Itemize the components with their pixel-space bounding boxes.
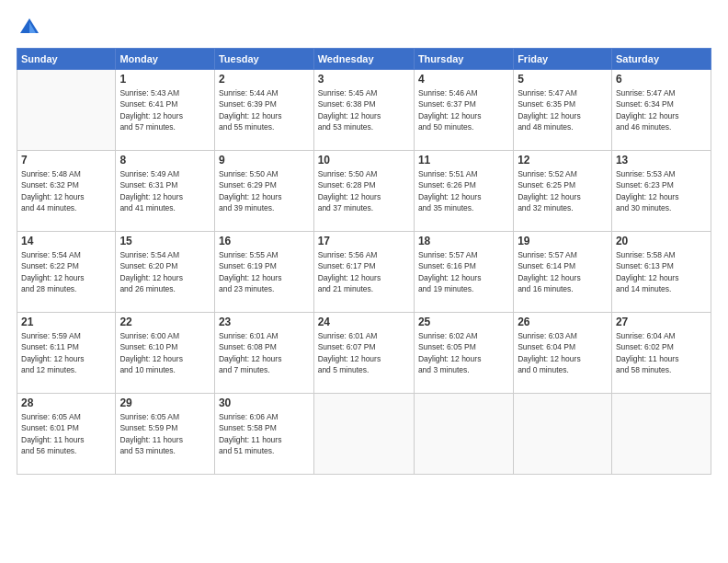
day-info: Sunrise: 6:05 AMSunset: 5:59 PMDaylight:… [119, 411, 210, 456]
weekday-header: Monday [116, 49, 215, 70]
weekday-header-row: SundayMondayTuesdayWednesdayThursdayFrid… [17, 49, 711, 70]
day-cell: 24Sunrise: 6:01 AMSunset: 6:07 PMDayligh… [313, 313, 414, 394]
day-number: 8 [119, 154, 210, 167]
day-info: Sunrise: 5:50 AMSunset: 6:28 PMDaylight:… [318, 168, 410, 213]
day-number: 2 [219, 73, 310, 86]
logo [17, 15, 46, 40]
day-cell: 4Sunrise: 5:46 AMSunset: 6:37 PMDaylight… [414, 70, 513, 151]
day-number: 9 [219, 154, 310, 167]
day-number: 15 [119, 235, 210, 247]
day-cell: 22Sunrise: 6:00 AMSunset: 6:10 PMDayligh… [116, 313, 215, 394]
day-cell: 8Sunrise: 5:49 AMSunset: 6:31 PMDaylight… [116, 151, 215, 232]
day-cell [414, 394, 513, 475]
day-info: Sunrise: 5:49 AMSunset: 6:31 PMDaylight:… [119, 168, 210, 213]
weekday-header: Wednesday [313, 49, 414, 70]
day-info: Sunrise: 6:00 AMSunset: 6:10 PMDaylight:… [119, 330, 210, 375]
logo-icon [17, 15, 42, 40]
day-number: 10 [318, 154, 410, 167]
day-number: 23 [219, 316, 310, 328]
calendar: SundayMondayTuesdayWednesdayThursdayFrid… [17, 48, 711, 475]
day-number: 27 [616, 316, 707, 328]
day-cell: 26Sunrise: 6:03 AMSunset: 6:04 PMDayligh… [514, 313, 612, 394]
day-number: 25 [418, 316, 509, 328]
header [17, 15, 711, 40]
day-number: 29 [119, 396, 210, 409]
weekday-header: Saturday [611, 49, 711, 70]
day-number: 14 [21, 235, 111, 247]
day-cell: 18Sunrise: 5:57 AMSunset: 6:16 PMDayligh… [414, 232, 513, 313]
day-number: 20 [616, 235, 707, 247]
day-info: Sunrise: 5:57 AMSunset: 6:16 PMDaylight:… [418, 249, 509, 294]
day-number: 21 [21, 316, 111, 328]
day-cell [514, 394, 612, 475]
day-info: Sunrise: 5:56 AMSunset: 6:17 PMDaylight:… [318, 249, 410, 294]
day-cell: 23Sunrise: 6:01 AMSunset: 6:08 PMDayligh… [214, 313, 313, 394]
weekday-header: Tuesday [214, 49, 313, 70]
day-number: 22 [119, 316, 210, 328]
day-info: Sunrise: 6:01 AMSunset: 6:07 PMDaylight:… [318, 330, 410, 375]
day-info: Sunrise: 6:04 AMSunset: 6:02 PMDaylight:… [616, 330, 707, 375]
day-number: 18 [418, 235, 509, 247]
weekday-header: Sunday [17, 49, 116, 70]
day-number: 13 [616, 154, 707, 167]
day-info: Sunrise: 5:44 AMSunset: 6:39 PMDaylight:… [219, 87, 310, 132]
day-number: 28 [21, 396, 111, 409]
day-number: 7 [21, 154, 111, 167]
day-info: Sunrise: 5:47 AMSunset: 6:35 PMDaylight:… [518, 87, 608, 132]
day-info: Sunrise: 5:43 AMSunset: 6:41 PMDaylight:… [119, 87, 210, 132]
day-number: 24 [318, 316, 410, 328]
weekday-header: Thursday [414, 49, 513, 70]
day-cell: 6Sunrise: 5:47 AMSunset: 6:34 PMDaylight… [611, 70, 711, 151]
day-cell: 5Sunrise: 5:47 AMSunset: 6:35 PMDaylight… [514, 70, 612, 151]
week-row: 14Sunrise: 5:54 AMSunset: 6:22 PMDayligh… [17, 232, 711, 313]
day-cell: 16Sunrise: 5:55 AMSunset: 6:19 PMDayligh… [214, 232, 313, 313]
week-row: 21Sunrise: 5:59 AMSunset: 6:11 PMDayligh… [17, 313, 711, 394]
day-info: Sunrise: 6:01 AMSunset: 6:08 PMDaylight:… [219, 330, 310, 375]
day-cell: 13Sunrise: 5:53 AMSunset: 6:23 PMDayligh… [611, 151, 711, 232]
day-info: Sunrise: 5:55 AMSunset: 6:19 PMDaylight:… [219, 249, 310, 294]
day-cell: 10Sunrise: 5:50 AMSunset: 6:28 PMDayligh… [313, 151, 414, 232]
week-row: 1Sunrise: 5:43 AMSunset: 6:41 PMDaylight… [17, 70, 711, 151]
day-info: Sunrise: 5:48 AMSunset: 6:32 PMDaylight:… [21, 168, 111, 213]
day-number: 12 [518, 154, 608, 167]
day-cell [611, 394, 711, 475]
day-info: Sunrise: 5:46 AMSunset: 6:37 PMDaylight:… [418, 87, 509, 132]
day-cell: 14Sunrise: 5:54 AMSunset: 6:22 PMDayligh… [17, 232, 116, 313]
day-cell: 27Sunrise: 6:04 AMSunset: 6:02 PMDayligh… [611, 313, 711, 394]
day-cell: 19Sunrise: 5:57 AMSunset: 6:14 PMDayligh… [514, 232, 612, 313]
day-info: Sunrise: 6:05 AMSunset: 6:01 PMDaylight:… [21, 411, 111, 456]
day-info: Sunrise: 5:51 AMSunset: 6:26 PMDaylight:… [418, 168, 509, 213]
week-row: 28Sunrise: 6:05 AMSunset: 6:01 PMDayligh… [17, 394, 711, 475]
day-info: Sunrise: 5:54 AMSunset: 6:22 PMDaylight:… [21, 249, 111, 294]
day-number: 26 [518, 316, 608, 328]
day-number: 30 [219, 396, 310, 409]
day-cell: 17Sunrise: 5:56 AMSunset: 6:17 PMDayligh… [313, 232, 414, 313]
day-cell: 1Sunrise: 5:43 AMSunset: 6:41 PMDaylight… [116, 70, 215, 151]
week-row: 7Sunrise: 5:48 AMSunset: 6:32 PMDaylight… [17, 151, 711, 232]
day-info: Sunrise: 5:53 AMSunset: 6:23 PMDaylight:… [616, 168, 707, 213]
day-cell: 28Sunrise: 6:05 AMSunset: 6:01 PMDayligh… [17, 394, 116, 475]
day-cell: 2Sunrise: 5:44 AMSunset: 6:39 PMDaylight… [214, 70, 313, 151]
day-number: 16 [219, 235, 310, 247]
day-number: 11 [418, 154, 509, 167]
day-cell [313, 394, 414, 475]
day-number: 4 [418, 73, 509, 86]
day-cell: 12Sunrise: 5:52 AMSunset: 6:25 PMDayligh… [514, 151, 612, 232]
day-number: 3 [318, 73, 410, 86]
day-info: Sunrise: 5:54 AMSunset: 6:20 PMDaylight:… [119, 249, 210, 294]
day-info: Sunrise: 5:45 AMSunset: 6:38 PMDaylight:… [318, 87, 410, 132]
day-number: 19 [518, 235, 608, 247]
day-cell: 3Sunrise: 5:45 AMSunset: 6:38 PMDaylight… [313, 70, 414, 151]
day-number: 1 [119, 73, 210, 86]
day-cell: 15Sunrise: 5:54 AMSunset: 6:20 PMDayligh… [116, 232, 215, 313]
day-info: Sunrise: 5:58 AMSunset: 6:13 PMDaylight:… [616, 249, 707, 294]
weekday-header: Friday [514, 49, 612, 70]
day-cell: 21Sunrise: 5:59 AMSunset: 6:11 PMDayligh… [17, 313, 116, 394]
day-cell: 7Sunrise: 5:48 AMSunset: 6:32 PMDaylight… [17, 151, 116, 232]
day-number: 6 [616, 73, 707, 86]
day-cell: 25Sunrise: 6:02 AMSunset: 6:05 PMDayligh… [414, 313, 513, 394]
day-cell [17, 70, 116, 151]
day-info: Sunrise: 5:52 AMSunset: 6:25 PMDaylight:… [518, 168, 608, 213]
day-cell: 9Sunrise: 5:50 AMSunset: 6:29 PMDaylight… [214, 151, 313, 232]
day-number: 5 [518, 73, 608, 86]
